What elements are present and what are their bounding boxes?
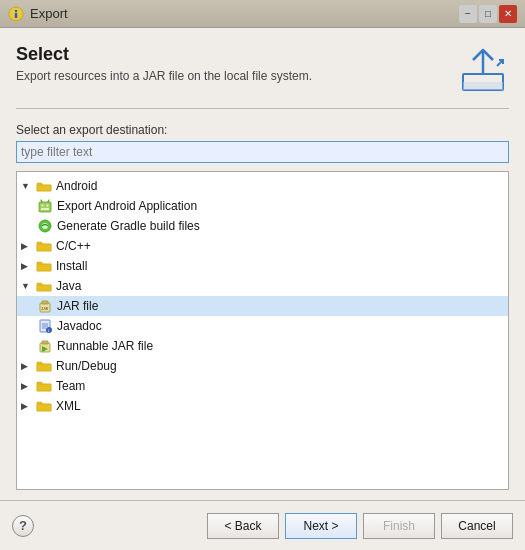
expand-arrow[interactable]: ▶ xyxy=(21,361,35,371)
tree-item-cpp[interactable]: ▶ C/C++ xyxy=(17,236,508,256)
svg-rect-7 xyxy=(39,202,51,212)
svg-rect-4 xyxy=(463,82,503,90)
tree-item-jar-file[interactable]: JAR JAR file xyxy=(17,296,508,316)
footer-right: < Back Next > Finish Cancel xyxy=(207,513,513,539)
folder-collapsed-icon xyxy=(36,259,52,273)
tree-item-label: C/C++ xyxy=(56,239,91,253)
android-app-icon xyxy=(37,198,53,214)
tree-item-label: JAR file xyxy=(57,299,98,313)
folder-collapsed-icon xyxy=(36,359,52,373)
tree-item-runnable-jar[interactable]: Runnable JAR file xyxy=(17,336,508,356)
svg-rect-29 xyxy=(37,404,51,411)
jar-icon: JAR xyxy=(37,298,53,314)
title-bar-left: Export xyxy=(8,6,68,22)
app-icon xyxy=(8,6,24,22)
expand-arrow[interactable]: ▼ xyxy=(21,181,35,191)
svg-rect-10 xyxy=(41,208,49,210)
minimize-button[interactable]: − xyxy=(459,5,477,23)
tree-item-label: Android xyxy=(56,179,97,193)
javadoc-icon: i xyxy=(37,318,53,334)
svg-rect-14 xyxy=(37,264,51,271)
tree-item-export-android[interactable]: Export Android Application xyxy=(17,196,508,216)
footer-left: ? xyxy=(12,515,34,537)
finish-button[interactable]: Finish xyxy=(363,513,435,539)
folder-collapsed-icon xyxy=(36,379,52,393)
tree-item-android[interactable]: ▼ Android xyxy=(17,176,508,196)
tree-item-java[interactable]: ▼ Java xyxy=(17,276,508,296)
tree-item-run-debug[interactable]: ▶ Run/Debug xyxy=(17,356,508,376)
header-text: Select Export resources into a JAR file … xyxy=(16,44,457,83)
export-icon xyxy=(457,44,509,96)
svg-rect-2 xyxy=(15,13,17,18)
svg-rect-25 xyxy=(42,341,48,344)
svg-rect-13 xyxy=(37,244,51,251)
expand-arrow[interactable]: ▶ xyxy=(21,241,35,251)
title-bar-controls: − □ ✕ xyxy=(459,5,517,23)
svg-rect-28 xyxy=(37,384,51,391)
tree-item-javadoc[interactable]: i Javadoc xyxy=(17,316,508,336)
tree-item-team[interactable]: ▶ Team xyxy=(17,376,508,396)
tree-scroll[interactable]: ▼ Android Export Android Application Gen… xyxy=(17,172,508,489)
expand-arrow[interactable]: ▼ xyxy=(21,281,35,291)
svg-rect-27 xyxy=(37,364,51,371)
tree-item-label: Team xyxy=(56,379,85,393)
svg-text:JAR: JAR xyxy=(41,306,49,311)
tree-item-label: Export Android Application xyxy=(57,199,197,213)
title-bar: Export − □ ✕ xyxy=(0,0,525,28)
header-area: Select Export resources into a JAR file … xyxy=(16,44,509,96)
expand-arrow[interactable]: ▶ xyxy=(21,261,35,271)
header-title: Select xyxy=(16,44,457,65)
next-button[interactable]: Next > xyxy=(285,513,357,539)
folder-expanded-icon xyxy=(36,279,52,293)
tree-item-xml[interactable]: ▶ XML xyxy=(17,396,508,416)
back-button[interactable]: < Back xyxy=(207,513,279,539)
tree-item-label: Javadoc xyxy=(57,319,102,333)
dialog-content: Select Export resources into a JAR file … xyxy=(0,28,525,490)
close-button[interactable]: ✕ xyxy=(499,5,517,23)
runnable-jar-icon xyxy=(37,338,53,354)
svg-point-1 xyxy=(15,9,17,11)
svg-point-8 xyxy=(42,205,44,207)
folder-expanded-icon xyxy=(36,179,52,193)
help-button[interactable]: ? xyxy=(12,515,34,537)
tree-item-generate-gradle[interactable]: Generate Gradle build files xyxy=(17,216,508,236)
footer: ? < Back Next > Finish Cancel xyxy=(0,500,525,550)
expand-arrow[interactable]: ▶ xyxy=(21,401,35,411)
cancel-button[interactable]: Cancel xyxy=(441,513,513,539)
svg-rect-16 xyxy=(42,301,48,304)
tree-item-label: Install xyxy=(56,259,87,273)
header-divider xyxy=(16,108,509,109)
expand-arrow[interactable]: ▶ xyxy=(21,381,35,391)
tree-item-install[interactable]: ▶ Install xyxy=(17,256,508,276)
folder-collapsed-icon xyxy=(36,239,52,253)
filter-input[interactable] xyxy=(16,141,509,163)
gradle-icon xyxy=(37,218,53,234)
tree-item-label: XML xyxy=(56,399,81,413)
title-bar-title: Export xyxy=(30,6,68,21)
tree-item-label: Generate Gradle build files xyxy=(57,219,200,233)
tree-item-label: Java xyxy=(56,279,81,293)
tree-container: ▼ Android Export Android Application Gen… xyxy=(16,171,509,490)
maximize-button[interactable]: □ xyxy=(479,5,497,23)
header-subtitle: Export resources into a JAR file on the … xyxy=(16,69,457,83)
svg-point-9 xyxy=(47,205,49,207)
folder-collapsed-icon xyxy=(36,399,52,413)
tree-item-label: Runnable JAR file xyxy=(57,339,153,353)
tree-item-label: Run/Debug xyxy=(56,359,117,373)
filter-label: Select an export destination: xyxy=(16,123,509,137)
